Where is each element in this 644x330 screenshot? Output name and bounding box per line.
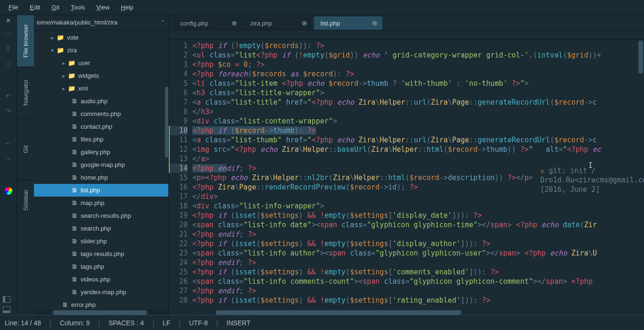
tree-file[interactable]: 🗎comments.php [34,107,168,120]
line-number[interactable]: 20 [169,220,188,230]
line-number[interactable]: 9 [169,116,188,126]
line-number[interactable]: 25 [169,267,188,277]
tab-file-browser[interactable]: File browser [17,15,34,67]
code-line[interactable]: <?php if (isset($settings) && !empty($se… [192,211,644,220]
code-line[interactable]: <a class="list-thumb" href="<?php echo Z… [192,135,644,145]
code-line[interactable]: <ul class="list<?php if (!empty($grid)) … [192,50,644,60]
tab-close-icon[interactable]: ⊗ [302,19,307,27]
code-line[interactable]: <?php $co = 0; ?> [192,60,644,69]
code-line[interactable]: <span class="list-info date"><span class… [192,220,644,230]
tree-folder[interactable]: ▸📁xml [34,82,168,95]
line-number[interactable]: 6 [169,88,188,98]
editor-tab[interactable]: zira.php⊗ [244,16,312,30]
editor-tab[interactable]: config.php⊗ [173,16,242,30]
line-number[interactable]: 1 [169,41,188,50]
menu-view[interactable]: View [91,2,115,13]
tree-file[interactable]: 🗎map.php [34,197,168,209]
line-number[interactable]: 16 [169,182,188,192]
menu-help[interactable]: Help [115,2,139,13]
line-number[interactable]: 28 [169,296,188,305]
line-number[interactable]: 23 [169,248,188,258]
disclosure-icon[interactable]: ▸ [51,34,54,41]
code-line[interactable]: <?php endif; ?> [192,286,644,296]
forward-arrow-icon[interactable]: → [5,155,12,163]
tree-file[interactable]: 🗎search-results.php [34,209,168,222]
line-number[interactable]: 19 [169,211,188,220]
line-number[interactable]: 4 [169,69,188,79]
line-number[interactable]: 12 [169,145,188,154]
tab-git[interactable]: Git [17,119,34,180]
tree-file[interactable]: 🗎tags-results.php [34,248,168,260]
status-eol[interactable]: LF [163,319,170,327]
code-editor[interactable]: 1234567891011121314151617181920212223242… [169,40,644,315]
tab-navigator[interactable]: Navigator [17,67,34,119]
tree-file[interactable]: 🗎slider.php [34,235,168,248]
undo-icon[interactable]: ↶ [6,92,11,99]
code-line[interactable]: <?php if (isset($settings) && !empty($se… [192,296,644,305]
line-number[interactable]: 2 [169,50,188,60]
tab-close-icon[interactable]: ⊗ [231,19,237,27]
code-line[interactable]: </a> [192,154,644,164]
tree-file[interactable]: 🗎gallery.php [34,146,168,158]
tree-file[interactable]: 🗎files.php [34,133,168,146]
tree-file[interactable]: 🗎list.php [34,184,168,197]
menu-git[interactable]: Git [46,2,65,13]
line-number[interactable]: 24 [169,258,188,267]
code-line[interactable]: <?php endif; ?> [192,230,644,239]
code-line[interactable]: <?php endif; ?> [192,258,644,267]
close-icon[interactable]: ✕ [6,17,11,24]
code-line[interactable]: <img src="<?php echo Zira\Helper::baseUr… [192,145,644,154]
line-number[interactable]: 13 [169,154,188,164]
line-number[interactable]: 14 [169,164,188,173]
code-line[interactable]: </h3> [192,107,644,116]
tree-scrollbar[interactable] [165,87,168,157]
line-number[interactable]: 18 [169,201,188,211]
line-number[interactable]: 17 [169,192,188,201]
disclosure-icon[interactable]: ▸ [62,60,65,66]
tree-file[interactable]: 🗎audio.php [34,95,168,107]
line-number[interactable]: 3 [169,60,188,69]
code-line[interactable]: <a class="list-title" href="<?php echo Z… [192,98,644,107]
tree-file[interactable]: 🗎contact.php [34,120,168,133]
redo-icon[interactable]: ↷ [6,107,11,115]
status-encoding[interactable]: UTF-8 [189,319,208,327]
tree-folder[interactable]: ▾📁zira [34,44,168,57]
line-number[interactable]: 21 [169,230,188,239]
code-line[interactable]: <li class="list-item <?php echo $record-… [192,79,644,88]
tree-file[interactable]: 🗎videos.php [34,273,168,286]
disclosure-icon[interactable]: ▾ [51,47,54,54]
code-line[interactable]: <span class="list-info author"><span cla… [192,248,644,258]
layout-bottom-icon[interactable] [3,306,10,313]
code-line[interactable]: <?php if (isset($settings) && !empty($se… [192,267,644,277]
line-number[interactable]: 10 [169,126,188,135]
upload-icon[interactable]: ⇧ [5,44,11,52]
tree-file[interactable]: 🗎search.php [34,222,168,235]
tree-folder[interactable]: ▸📁vote [34,31,168,44]
code-line[interactable]: <?php if (!empty($records)): ?> [192,41,644,50]
circle-icon[interactable]: ○ [6,60,10,67]
path-up-icon[interactable]: ⌃ [160,19,165,26]
code-line[interactable]: <?php foreach($records as $record): ?> [192,69,644,79]
tree-folder[interactable]: ▸📁widgets [34,69,168,82]
menu-file[interactable]: File [3,2,24,13]
line-number[interactable]: 15 [169,173,188,182]
editor-tab[interactable]: list.php⊗ [314,16,382,30]
tree-folder[interactable]: ▸📁user [34,57,168,69]
color-picker-icon[interactable] [5,187,12,195]
line-number[interactable]: 5 [169,79,188,88]
line-number[interactable]: 11 [169,135,188,145]
menu-tools[interactable]: Tools [65,2,91,13]
tree-file[interactable]: 🗎yandex-map.php [34,286,168,298]
tree-file[interactable]: 🗎home.php [34,171,168,184]
line-number[interactable]: 7 [169,98,188,107]
code-line[interactable]: <?php if (isset($settings) && !empty($se… [192,239,644,248]
code-line[interactable]: <div class="list-info-wrapper"> [192,201,644,211]
line-number[interactable]: 22 [169,239,188,248]
line-number[interactable]: 8 [169,107,188,116]
code-line[interactable]: <div class="list-content-wrapper"> [192,116,644,126]
tree-hscroll-track[interactable] [34,309,168,315]
back-arrow-icon[interactable]: ← [5,139,12,147]
editor-hscrollbar[interactable] [216,310,461,315]
disclosure-icon[interactable]: ▸ [62,73,65,79]
code-line[interactable]: <?php if ($record->thumb): ?> [192,126,644,135]
